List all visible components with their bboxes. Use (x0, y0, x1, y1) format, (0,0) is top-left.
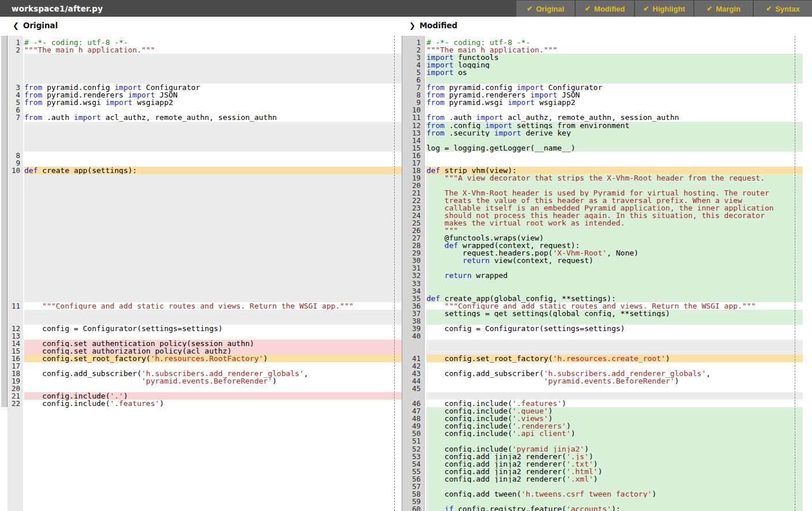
code-row: 41 config.set_root_factory('h.resources.… (402, 355, 803, 362)
line-number: 14 (0, 340, 23, 347)
line-number: 16 (402, 152, 425, 159)
line-number: 19 (402, 174, 425, 182)
line-number: 8 (0, 152, 23, 159)
toggle-syntax-label: Syntax (775, 5, 800, 13)
line-number: 60 (402, 505, 425, 511)
code-row: 44 'pyramid.events.BeforeRender') (402, 377, 803, 385)
window-title: workspace1/after.py (0, 4, 103, 13)
filler-row (0, 54, 402, 84)
code-text (24, 152, 402, 159)
modified-pane-title: Modified (420, 21, 458, 30)
code-row: 11 """Configure and add static routes an… (0, 302, 402, 310)
line-number: 1 (402, 39, 425, 46)
code-row: 33 (402, 280, 803, 287)
code-text: settings = get_settings(global_config, *… (426, 310, 803, 317)
code-row: 30 return view(context, request) (402, 257, 803, 264)
line-number: 10 (0, 167, 23, 174)
code-row: 37 settings = get_settings(global_config… (402, 310, 803, 317)
line-number: 58 (402, 490, 425, 498)
modified-code-pane[interactable]: 1# -*- coding: utf-8 -*-2"""The main h a… (402, 36, 803, 511)
code-row: 13from .security import derive_key (402, 129, 803, 137)
code-row: 19 'pyramid.events.BeforeRender') (0, 377, 402, 385)
code-text (426, 332, 803, 340)
chevron-right-icon: ❯ (409, 21, 416, 30)
pane-header-bar: ❮ Original ❯ Modified (0, 17, 812, 36)
code-text: from pyramid.wsgi import wsgiapp2 (426, 99, 803, 106)
filler-row (0, 174, 402, 302)
code-text: from pyramid.wsgi import wsgiapp2 (24, 99, 402, 106)
code-text (426, 280, 803, 287)
toggle-original-label: Original (536, 5, 564, 13)
code-text: config = Configurator(settings=settings) (426, 325, 803, 332)
line-number: 12 (402, 122, 425, 129)
code-row: 2"""The main h application.""" (0, 46, 402, 54)
line-number: 55 (402, 468, 425, 475)
line-number: 5 (402, 69, 425, 76)
code-row: 56 config.add_jinja2_renderer('.xml') (402, 475, 803, 483)
toggle-modified-button[interactable]: ✔ Modified (576, 1, 634, 17)
original-code-pane[interactable]: 1# -*- coding: utf-8 -*-2"""The main h a… (0, 36, 402, 511)
line-number: 15 (402, 144, 425, 152)
code-text: 'pyramid.events.BeforeRender') (426, 377, 803, 385)
line-number: 54 (402, 460, 425, 468)
line-number: 9 (0, 159, 23, 167)
code-row: 9from pyramid.wsgi import wsgiapp2 (402, 99, 803, 106)
modified-pane-header: ❯ Modified (409, 21, 458, 30)
code-text: makes the virtual root work as intended. (426, 219, 803, 227)
code-text (426, 340, 803, 355)
code-row: 7from .auth import acl_authz, remote_aut… (0, 114, 402, 121)
filler-row (402, 340, 803, 355)
code-text (426, 385, 803, 392)
code-row: 5import os (402, 69, 803, 76)
line-number: 11 (0, 302, 23, 310)
toggle-syntax-button[interactable]: ✔ Syntax (754, 1, 812, 17)
line-number: 34 (402, 287, 425, 295)
code-text: config.include('.api_client') (426, 430, 803, 437)
line-number: 2 (402, 46, 425, 54)
toggle-highlight-button[interactable]: ✔ Highlight (635, 1, 693, 17)
code-text: import logging (426, 61, 803, 69)
code-text: config.include('.features') (24, 400, 402, 407)
line-number: 52 (402, 445, 425, 453)
line-number: 53 (402, 453, 425, 460)
line-number: 18 (402, 167, 425, 174)
code-row: 50 config.include('.api_client') (402, 430, 803, 437)
line-number: 11 (402, 114, 425, 121)
line-number: 14 (402, 137, 425, 144)
line-number: 45 (402, 385, 425, 392)
line-number: 38 (402, 317, 425, 325)
code-row: 10def create_app(settings): (0, 167, 402, 174)
code-text: 'pyramid.events.BeforeRender') (24, 377, 402, 385)
toggle-original-button[interactable]: ✔ Original (516, 1, 575, 17)
line-number: 13 (0, 332, 23, 340)
line-number (0, 122, 23, 152)
code-text: config.set_root_factory('h.resources.Roo… (24, 355, 402, 362)
line-number: 17 (402, 159, 425, 167)
filler-row (0, 310, 402, 325)
original-pane-header: ❮ Original (13, 21, 58, 30)
code-text: from .auth import acl_authz, remote_auth… (24, 114, 402, 121)
code-row: 16 config.set_root_factory('h.resources.… (0, 355, 402, 362)
column-ruler (394, 36, 395, 511)
line-number: 56 (402, 475, 425, 483)
code-text: """The main h application.""" (24, 46, 402, 54)
column-ruler (795, 36, 795, 511)
toggle-margin-label: Margin (716, 5, 741, 13)
code-text: config.add_jinja2_renderer('.xml') (426, 475, 803, 483)
line-number: 51 (402, 437, 425, 445)
code-text (24, 54, 402, 84)
toggle-margin-button[interactable]: ✔ Margin (694, 1, 753, 17)
code-row: 40 (402, 332, 803, 340)
line-number: 8 (402, 91, 425, 99)
code-row: 16 (402, 152, 803, 159)
line-number: 40 (402, 332, 425, 340)
check-icon: ✔ (643, 5, 649, 13)
code-row: 58 config.add_tween('h.tweens.csrf_tween… (402, 490, 803, 498)
line-number: 13 (402, 129, 425, 137)
toggle-modified-label: Modified (594, 5, 625, 13)
line-number: 37 (402, 310, 425, 317)
line-number: 36 (402, 302, 425, 310)
line-number: 59 (402, 498, 425, 505)
code-text: """Configure and add static routes and v… (24, 302, 402, 310)
line-number (0, 310, 23, 325)
